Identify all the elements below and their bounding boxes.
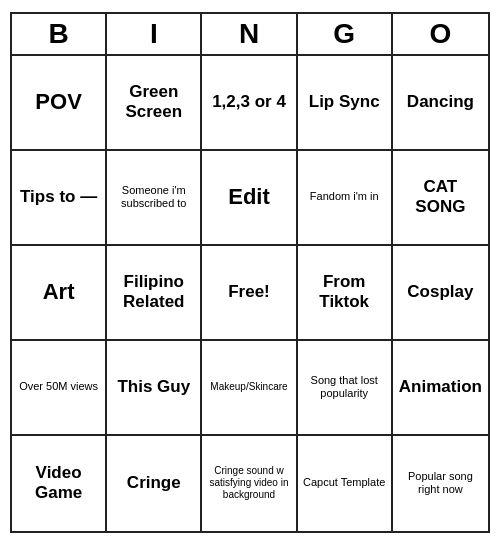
- cell-text-20: Video Game: [16, 463, 101, 504]
- cell-text-15: Over 50M views: [19, 380, 98, 393]
- cell-text-2: 1,2,3 or 4: [212, 92, 286, 112]
- cell-text-6: Someone i'm subscribed to: [111, 184, 196, 210]
- bingo-cell-4[interactable]: Dancing: [393, 56, 488, 151]
- bingo-cell-0[interactable]: POV: [12, 56, 107, 151]
- bingo-cell-17[interactable]: Makeup/Skincare: [202, 341, 297, 436]
- cell-text-11: Filipino Related: [111, 272, 196, 313]
- bingo-cell-22[interactable]: Cringe sound w satisfying video in backg…: [202, 436, 297, 531]
- bingo-cell-15[interactable]: Over 50M views: [12, 341, 107, 436]
- bingo-cell-5[interactable]: Tips to —: [12, 151, 107, 246]
- cell-text-21: Cringe: [127, 473, 181, 493]
- cell-text-13: From Tiktok: [302, 272, 387, 313]
- bingo-cell-14[interactable]: Cosplay: [393, 246, 488, 341]
- bingo-cell-9[interactable]: CAT SONG: [393, 151, 488, 246]
- header-letter-N: N: [202, 14, 297, 54]
- bingo-cell-23[interactable]: Capcut Template: [298, 436, 393, 531]
- bingo-cell-16[interactable]: This Guy: [107, 341, 202, 436]
- bingo-cell-18[interactable]: Song that lost popularity: [298, 341, 393, 436]
- bingo-cell-8[interactable]: Fandom i'm in: [298, 151, 393, 246]
- cell-text-17: Makeup/Skincare: [210, 381, 287, 393]
- cell-text-12: Free!: [228, 282, 270, 302]
- bingo-cell-24[interactable]: Popular song right now: [393, 436, 488, 531]
- cell-text-16: This Guy: [117, 377, 190, 397]
- bingo-card: BINGO POVGreen Screen1,2,3 or 4Lip SyncD…: [10, 12, 490, 533]
- cell-text-5: Tips to —: [20, 187, 97, 207]
- bingo-cell-1[interactable]: Green Screen: [107, 56, 202, 151]
- bingo-cell-6[interactable]: Someone i'm subscribed to: [107, 151, 202, 246]
- cell-text-7: Edit: [228, 184, 270, 210]
- header-letter-B: B: [12, 14, 107, 54]
- cell-text-22: Cringe sound w satisfying video in backg…: [206, 465, 291, 501]
- cell-text-4: Dancing: [407, 92, 474, 112]
- cell-text-18: Song that lost popularity: [302, 374, 387, 400]
- header-letter-I: I: [107, 14, 202, 54]
- cell-text-3: Lip Sync: [309, 92, 380, 112]
- cell-text-19: Animation: [399, 377, 482, 397]
- bingo-cell-11[interactable]: Filipino Related: [107, 246, 202, 341]
- cell-text-8: Fandom i'm in: [310, 190, 379, 203]
- cell-text-14: Cosplay: [407, 282, 473, 302]
- cell-text-0: POV: [35, 89, 81, 115]
- bingo-cell-20[interactable]: Video Game: [12, 436, 107, 531]
- bingo-cell-3[interactable]: Lip Sync: [298, 56, 393, 151]
- bingo-grid: POVGreen Screen1,2,3 or 4Lip SyncDancing…: [12, 56, 488, 531]
- cell-text-24: Popular song right now: [397, 470, 484, 496]
- cell-text-1: Green Screen: [111, 82, 196, 123]
- bingo-cell-21[interactable]: Cringe: [107, 436, 202, 531]
- cell-text-10: Art: [43, 279, 75, 305]
- bingo-cell-7[interactable]: Edit: [202, 151, 297, 246]
- bingo-cell-19[interactable]: Animation: [393, 341, 488, 436]
- bingo-cell-2[interactable]: 1,2,3 or 4: [202, 56, 297, 151]
- bingo-cell-10[interactable]: Art: [12, 246, 107, 341]
- bingo-header: BINGO: [12, 14, 488, 56]
- cell-text-9: CAT SONG: [397, 177, 484, 218]
- header-letter-O: O: [393, 14, 488, 54]
- bingo-cell-13[interactable]: From Tiktok: [298, 246, 393, 341]
- bingo-cell-12[interactable]: Free!: [202, 246, 297, 341]
- header-letter-G: G: [298, 14, 393, 54]
- cell-text-23: Capcut Template: [303, 476, 385, 489]
